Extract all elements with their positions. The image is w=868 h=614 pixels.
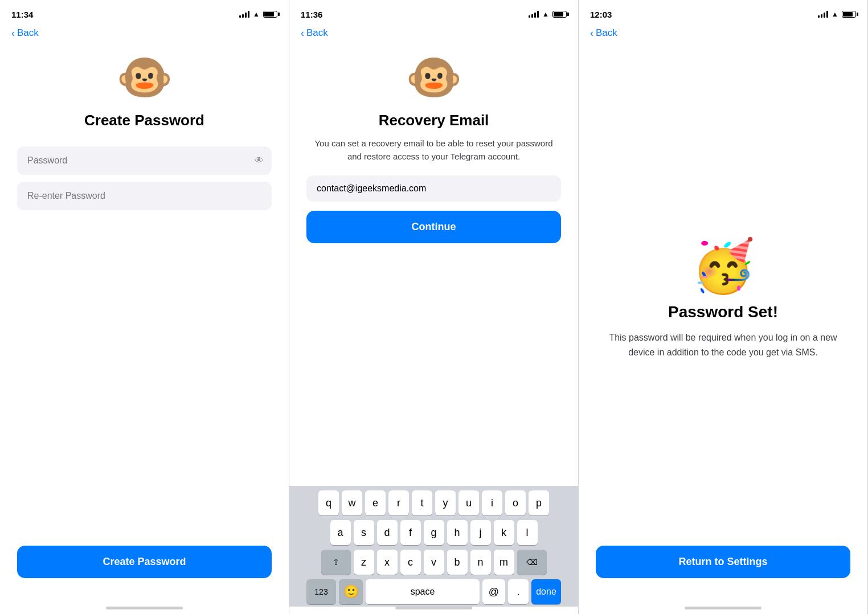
nav-bar-2: ‹ Back [289,25,578,43]
eye-icon: 👁 [255,155,264,166]
screen3-content: 🥳 Password Set! This password will be re… [579,43,867,607]
key-f[interactable]: f [400,520,421,545]
monkey-emoji-1: 🐵 [116,55,173,100]
key-l[interactable]: l [517,520,538,545]
battery-icon-2 [552,11,567,18]
key-u[interactable]: u [458,490,479,515]
continue-button[interactable]: Continue [306,211,561,243]
on-screen-keyboard: q w e r t y u i o p a s d f g h j k l ⇧ … [289,486,578,607]
home-indicator-1 [106,607,183,609]
keyboard-row-4: 123 🙂 space @ . done [292,579,576,604]
key-h[interactable]: h [447,520,468,545]
signal-icon-1 [239,11,249,18]
phone-password-set: 12:03 ▲ ‹ Back 🥳 Password Set! This pass… [579,0,868,614]
status-time-1: 11:34 [11,10,33,19]
screen1-content: 🐵 Create Password 👁 Create Password [0,43,289,607]
key-r[interactable]: r [388,490,409,515]
status-time-2: 11:36 [301,10,322,19]
emoji-key[interactable]: 🙂 [339,579,363,604]
key-z[interactable]: z [354,550,374,575]
key-s[interactable]: s [354,520,374,545]
delete-key[interactable]: ⌫ [517,550,547,575]
signal-icon-3 [818,11,828,18]
password-input-wrapper: 👁 [17,146,272,175]
key-y[interactable]: y [435,490,456,515]
party-emoji: 🥳 [691,240,755,292]
chevron-icon-1: ‹ [11,28,15,38]
screen1-title: Create Password [84,112,204,129]
signal-icon-2 [529,11,539,18]
email-input[interactable] [306,175,561,202]
back-button-1[interactable]: ‹ Back [11,27,39,39]
key-k[interactable]: k [494,520,514,545]
wifi-icon-1: ▲ [253,10,260,18]
key-b[interactable]: b [447,550,468,575]
at-key[interactable]: @ [482,579,505,604]
chevron-icon-2: ‹ [301,28,304,38]
key-p[interactable]: p [529,490,549,515]
key-i[interactable]: i [482,490,502,515]
phone-create-password: 11:34 ▲ ‹ Back 🐵 Create Password 👁 [0,0,289,614]
nav-bar-3: ‹ Back [579,25,867,43]
screen3-title: Password Set! [668,303,778,321]
shift-key[interactable]: ⇧ [321,550,351,575]
reenter-password-input[interactable] [17,182,272,210]
key-q[interactable]: q [318,490,339,515]
back-label-3: Back [596,27,617,39]
key-w[interactable]: w [342,490,362,515]
key-m[interactable]: m [494,550,514,575]
nav-bar-1: ‹ Back [0,25,289,43]
return-to-settings-button[interactable]: Return to Settings [596,546,850,578]
screen2-content: 🐵 Recovery Email You can set a recovery … [289,43,578,486]
key-c[interactable]: c [400,550,421,575]
keyboard-row-1: q w e r t y u i o p [292,490,576,515]
wifi-icon-3: ▲ [832,10,838,18]
screen3-description: This password will be required when you … [596,330,850,359]
numbers-key[interactable]: 123 [306,579,336,604]
password-input[interactable] [17,146,272,175]
key-j[interactable]: j [470,520,491,545]
battery-icon-3 [842,11,856,18]
status-icons-3: ▲ [818,10,856,18]
screen2-title: Recovery Email [379,112,489,129]
key-a[interactable]: a [330,520,351,545]
key-x[interactable]: x [377,550,398,575]
key-e[interactable]: e [365,490,386,515]
status-icons-2: ▲ [529,10,567,18]
back-label-2: Back [306,27,328,39]
battery-icon-1 [263,11,277,18]
reenter-password-wrapper [17,182,272,210]
status-time-3: 12:03 [590,10,612,19]
screen2-description: You can set a recovery email to be able … [306,137,561,163]
done-key[interactable]: done [531,579,561,604]
create-password-button[interactable]: Create Password [17,546,272,578]
back-label-1: Back [17,27,39,39]
status-bar-3: 12:03 ▲ [579,0,867,25]
chevron-icon-3: ‹ [590,28,593,38]
key-t[interactable]: t [412,490,432,515]
keyboard-row-3: ⇧ z x c v b n m ⌫ [292,550,576,575]
key-d[interactable]: d [377,520,398,545]
key-g[interactable]: g [424,520,444,545]
key-v[interactable]: v [424,550,444,575]
status-icons-1: ▲ [239,10,277,18]
status-bar-1: 11:34 ▲ [0,0,289,25]
monkey-emoji-2: 🐵 [406,55,462,100]
space-key[interactable]: space [366,579,480,604]
dot-key[interactable]: . [508,579,529,604]
home-indicator-3 [685,607,761,609]
key-n[interactable]: n [470,550,491,575]
home-indicator-2 [395,607,472,609]
wifi-icon-2: ▲ [542,10,549,18]
back-button-3[interactable]: ‹ Back [590,27,617,39]
back-button-2[interactable]: ‹ Back [301,27,328,39]
phone-recovery-email: 11:36 ▲ ‹ Back 🐵 Recovery Email You can … [289,0,579,614]
key-o[interactable]: o [505,490,526,515]
status-bar-2: 11:36 ▲ [289,0,578,25]
keyboard-row-2: a s d f g h j k l [292,520,576,545]
